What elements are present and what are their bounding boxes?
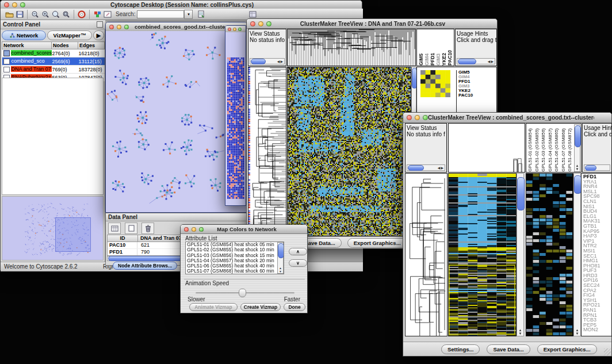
zoom-window-button[interactable] — [124, 25, 129, 29]
close-button[interactable] — [407, 115, 412, 120]
gene-list-item[interactable]: MON2 — [583, 327, 611, 332]
network-list-row[interactable]: combined_sco2569(6)13112(15) — [2, 58, 105, 66]
array-column-label[interactable]: GPL51-01 (GSM854) — [527, 128, 534, 172]
tv2-zoom-heatmap[interactable] — [526, 173, 573, 336]
tv1-column-dendrogram[interactable] — [287, 29, 416, 66]
animate-vizmap-button[interactable]: Animate Vizmap — [189, 303, 238, 311]
zoom-window-button[interactable] — [238, 28, 242, 31]
delete-attribute-icon[interactable] — [141, 223, 154, 234]
vizmapper-palette-icon[interactable] — [92, 10, 102, 19]
tv2-save-data-button[interactable]: Save Data... — [487, 344, 530, 354]
gene-column-label[interactable]: GIM3 — [436, 53, 441, 66]
zoom-fit-icon[interactable] — [51, 10, 61, 19]
tab-vizmapper[interactable]: VizMapper™ — [47, 30, 91, 40]
minimize-button[interactable] — [117, 25, 121, 29]
treeview2-title-bar[interactable]: ClusterMaker TreeView : combined_scores_… — [403, 113, 611, 123]
tv2-collabel-vscrollbar[interactable]: ▲▼ — [574, 124, 580, 172]
zoom-in-icon[interactable] — [40, 10, 51, 19]
array-column-label[interactable]: GPL51-03 (GSM856) — [541, 128, 547, 172]
zoom-out-icon[interactable] — [30, 10, 40, 19]
scroll-arrows[interactable]: ◀▶ — [277, 59, 284, 63]
network-column-header[interactable]: Network — [2, 42, 52, 49]
gene-column-label[interactable]: YKE2 — [442, 53, 447, 66]
tv1-zoom-heatmap[interactable] — [420, 70, 450, 97]
id-column-header[interactable]: ID — [108, 235, 138, 242]
gene-column-label[interactable]: GIM4 — [424, 53, 430, 66]
zoom-window-button[interactable] — [266, 21, 271, 26]
scroll-arrows[interactable]: ▲▼ — [575, 164, 580, 171]
minimize-button[interactable] — [233, 28, 236, 31]
open-folder-icon[interactable] — [4, 10, 14, 19]
zoom-window-button[interactable] — [199, 227, 204, 232]
network-name-cell[interactable]: combined_sco — [2, 58, 52, 66]
tv2-hints-hscrollbar[interactable] — [584, 164, 610, 171]
tv2-status-hscrollbar[interactable]: ◀▶ — [407, 164, 445, 171]
move-up-button[interactable]: ∧ — [289, 248, 307, 255]
tv2-genelist-vscrollbar[interactable]: ▲▼ — [573, 173, 581, 336]
scroll-arrows[interactable]: ◀▶ — [438, 166, 444, 170]
gene-column-label[interactable]: PAC10 — [447, 50, 453, 66]
close-button[interactable] — [109, 25, 114, 29]
array-column-label[interactable]: GPL51-04 (GSM857) — [548, 128, 554, 172]
search-input[interactable] — [137, 10, 184, 18]
animation-speed-slider-thumb[interactable] — [239, 289, 246, 297]
gene-column-label[interactable]: GIM5 — [419, 53, 424, 66]
float-panel-icon[interactable] — [97, 21, 103, 28]
tv1-global-heatmap[interactable] — [287, 67, 411, 236]
network-name-cell[interactable]: combined_scores_ — [2, 49, 52, 58]
array-column-label[interactable]: GPL51-06 (GSM865) — [554, 128, 560, 172]
zoom-window-button[interactable] — [20, 2, 25, 7]
birds-eye-view[interactable] — [2, 196, 104, 260]
main-title-bar[interactable]: Cytoscape Desktop (Session Name: collins… — [1, 1, 362, 9]
help-lifesaver-icon[interactable] — [76, 10, 87, 19]
tv1-hints-hscrollbar[interactable]: ◀▶ — [457, 58, 495, 64]
tv2-heatmap-vscrollbar[interactable]: ▲▼ — [517, 173, 524, 336]
resize-grip[interactable] — [604, 348, 611, 355]
tv2-column-dendrogram[interactable] — [448, 123, 525, 173]
create-vizmap-button[interactable]: Create Vizmap — [240, 303, 281, 311]
close-button[interactable] — [228, 28, 231, 31]
tv2-global-heatmap[interactable] — [448, 173, 517, 336]
scroll-arrows[interactable]: ▲▼ — [278, 266, 283, 273]
zoom-window-button[interactable] — [423, 115, 428, 120]
network-tree-empty-area[interactable] — [2, 78, 104, 195]
gene-row-label[interactable]: PAC10 — [458, 93, 473, 98]
array-column-label[interactable]: GPL51-08 (GSM872) — [567, 128, 573, 172]
close-button[interactable] — [4, 2, 9, 7]
minimize-button[interactable] — [12, 2, 17, 7]
network-list-row[interactable]: DNA and Tran 07769(0)183728(0) — [2, 66, 105, 74]
tv1-export-graphics-button[interactable]: Export Graphics... — [347, 238, 407, 248]
tv2-row-dendrogram[interactable] — [405, 173, 447, 336]
move-down-button[interactable]: ∨ — [289, 259, 307, 267]
scroll-arrows[interactable]: ▲▼ — [517, 328, 523, 335]
done-button[interactable]: Done — [284, 303, 305, 311]
zoom-selected-icon[interactable] — [61, 10, 71, 19]
gene-column-label[interactable]: PFD1 — [430, 53, 435, 66]
minimize-button[interactable] — [258, 21, 263, 26]
annotation-icon[interactable] — [102, 10, 113, 19]
new-attribute-icon[interactable] — [125, 223, 137, 234]
import-table-icon[interactable] — [196, 10, 206, 19]
minimize-button[interactable] — [415, 115, 420, 120]
tv1-row-dendrogram[interactable] — [248, 67, 286, 236]
tab-network[interactable]: Network — [2, 30, 46, 40]
tv1-status-hscrollbar[interactable]: ◀▶ — [250, 58, 285, 64]
minimize-button[interactable] — [192, 227, 196, 232]
adjacency-matrix-canvas[interactable] — [225, 32, 246, 205]
scroll-arrows[interactable]: ▲▼ — [574, 328, 580, 335]
close-button[interactable] — [250, 21, 255, 26]
map-dialog-title-bar[interactable]: Map Colors to Network — [181, 225, 307, 234]
overview-palette-icon[interactable] — [247, 10, 258, 19]
network-list-row[interactable]: combined_scores_2764(0)16218(0) — [2, 49, 105, 58]
nodes-column-header[interactable]: Nodes — [52, 42, 78, 49]
scroll-arrows[interactable]: ◀▶ — [488, 59, 494, 63]
array-column-label[interactable]: GPL51-02 (GSM855) — [534, 128, 541, 172]
tv2-export-graphics-button[interactable]: Export Graphics... — [537, 344, 597, 354]
search-dropdown-button[interactable]: ▾ — [184, 10, 193, 19]
save-icon[interactable] — [14, 10, 25, 19]
tab-overflow-button[interactable]: ▶ — [93, 30, 104, 40]
network-name-cell[interactable]: DNA and Tran 07 — [2, 66, 52, 74]
tv2-settings-button[interactable]: Settings... — [441, 344, 480, 354]
select-attributes-icon[interactable] — [108, 223, 121, 234]
attribute-list-vscrollbar[interactable]: ▲▼ — [277, 242, 284, 274]
